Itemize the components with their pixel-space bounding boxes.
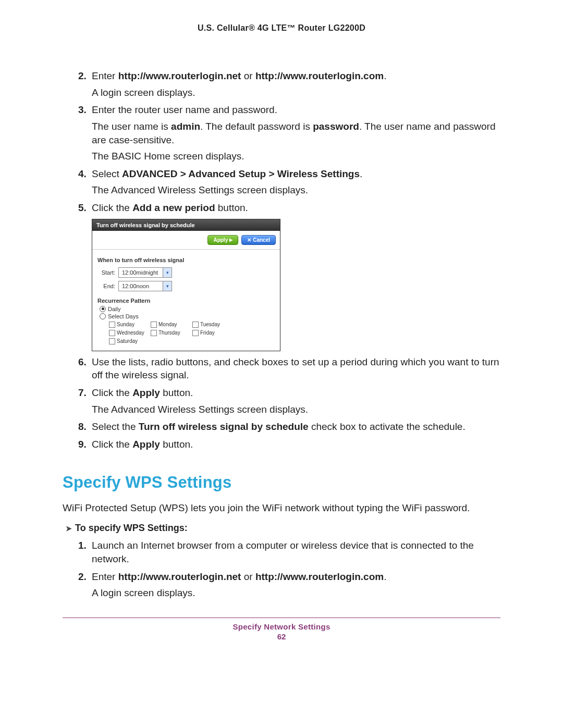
chevron-down-icon: ▾ xyxy=(163,281,172,291)
day-label: Wednesday xyxy=(117,330,144,336)
text: Click the xyxy=(92,439,132,450)
section-heading-wps: Specify WPS Settings xyxy=(63,473,500,492)
apply-button[interactable]: Apply▶ xyxy=(207,235,238,245)
step-number: 2. xyxy=(78,570,92,600)
wps-step-2-subtext: A login screen displays. xyxy=(92,586,500,600)
step-9-text: Click the Apply button. xyxy=(92,438,500,451)
checkbox-icon xyxy=(151,330,157,336)
start-dropdown[interactable]: 12:00midnight ▾ xyxy=(118,267,172,278)
document-page: U.S. Cellular® 4G LTE™ Router LG2200D 2.… xyxy=(0,0,563,662)
wps-step-1: 1. Launch an Internet browser from a com… xyxy=(78,539,500,565)
step-number: 9. xyxy=(78,438,92,451)
text: Select xyxy=(92,168,122,179)
daily-radio[interactable]: Daily xyxy=(100,306,275,312)
text: Enter xyxy=(92,571,118,582)
menu-path: ADVANCED > Advanced Setup > Wireless Set… xyxy=(122,168,360,179)
button-label: Apply xyxy=(213,237,228,243)
day-label: Tuesday xyxy=(200,322,220,327)
day-checkbox[interactable]: Wednesday xyxy=(109,330,151,336)
button-label: Cancel xyxy=(253,237,270,243)
text: button. xyxy=(215,202,248,213)
footer-section-name: Specify Network Settings xyxy=(63,622,500,631)
arrow-right-icon: ➤ xyxy=(66,524,72,533)
step-4: 4. Select ADVANCED > Advanced Setup > Wi… xyxy=(78,167,500,197)
document-header: U.S. Cellular® 4G LTE™ Router LG2200D xyxy=(63,23,500,33)
text: button. xyxy=(160,439,193,450)
text: button. xyxy=(160,387,193,398)
text: Turn off wireless signal by schedule xyxy=(139,421,309,432)
checkbox-icon xyxy=(109,330,115,336)
step-number: 7. xyxy=(78,386,92,416)
wps-intro: WiFi Protected Setup (WPS) lets you join… xyxy=(63,501,500,515)
text: Select the xyxy=(92,421,139,432)
step-3-text: Enter the router user name and password. xyxy=(92,103,500,117)
chevron-down-icon: ▾ xyxy=(163,268,172,277)
section-label: When to turn off wireless signal xyxy=(97,257,275,263)
text: Enter xyxy=(92,70,118,81)
checkbox-icon xyxy=(192,330,199,336)
day-checkbox[interactable]: Saturday xyxy=(109,338,151,344)
text: The user name is xyxy=(92,121,171,132)
wps-step-2-text: Enter http://www.routerlogin.net or http… xyxy=(92,570,500,584)
step-number: 5. xyxy=(78,201,92,215)
play-icon: ▶ xyxy=(229,238,232,242)
text: Click the xyxy=(92,202,132,213)
text: check box to activate the schedule. xyxy=(309,421,466,432)
page-number: 62 xyxy=(63,632,500,641)
step-5: 5. Click the Add a new period button. xyxy=(78,201,500,215)
start-label: Start: xyxy=(97,269,115,276)
text: or xyxy=(241,70,255,81)
wps-step-1-text: Launch an Internet browser from a comput… xyxy=(92,539,500,565)
text: admin xyxy=(171,121,200,132)
recurrence-section: Recurrence Pattern Daily Select Days Sun… xyxy=(97,298,275,346)
end-row: End: 12:00noon ▾ xyxy=(97,281,275,291)
end-label: End: xyxy=(97,283,115,289)
day-checkbox[interactable]: Friday xyxy=(192,330,234,336)
radio-icon xyxy=(100,313,106,319)
step-number: 2. xyxy=(78,69,92,99)
url-text: http://www.routerlogin.net xyxy=(118,571,241,582)
step-7-subtext: The Advanced Wireless Settings screen di… xyxy=(92,403,500,416)
procedure-label: ➤ To specify WPS Settings: xyxy=(66,523,500,534)
days-grid: Sunday Monday Tuesday Wednesday Thursday… xyxy=(109,320,275,346)
recurrence-header: Recurrence Pattern xyxy=(97,298,275,304)
day-checkbox[interactable]: Monday xyxy=(151,322,192,328)
day-checkbox[interactable]: Sunday xyxy=(109,322,151,328)
radio-label: Select Days xyxy=(108,313,139,319)
step-8: 8. Select the Turn off wireless signal b… xyxy=(78,420,500,434)
radio-label: Daily xyxy=(108,306,120,312)
step-7: 7. Click the Apply button. The Advanced … xyxy=(78,386,500,416)
step-7-text: Click the Apply button. xyxy=(92,386,500,400)
step-8-text: Select the Turn off wireless signal by s… xyxy=(92,420,500,434)
day-checkbox[interactable]: Thursday xyxy=(151,330,192,336)
checkbox-icon xyxy=(192,322,199,328)
text: . xyxy=(360,168,362,179)
panel-body: When to turn off wireless signal Start: … xyxy=(92,250,280,351)
step-2-subtext: A login screen displays. xyxy=(92,86,500,100)
end-value: 12:00noon xyxy=(119,283,163,289)
step-number: 8. xyxy=(78,420,92,434)
panel-title: Turn off wireless signal by schedule xyxy=(92,219,280,231)
text: Add a new period xyxy=(132,202,215,213)
step-9: 9. Click the Apply button. xyxy=(78,438,500,451)
step-3-subtext-2: The BASIC Home screen displays. xyxy=(92,150,500,163)
url-text: http://www.routerlogin.net xyxy=(118,70,241,81)
day-label: Saturday xyxy=(117,338,138,344)
day-label: Thursday xyxy=(158,330,180,336)
step-number: 1. xyxy=(78,539,92,565)
text: password xyxy=(313,121,359,132)
checkbox-icon xyxy=(151,322,157,328)
button-row: Apply▶ ✕Cancel xyxy=(92,231,280,250)
cancel-button[interactable]: ✕Cancel xyxy=(241,235,276,245)
step-number: 6. xyxy=(78,355,92,382)
text: . The default password is xyxy=(200,121,313,132)
step-4-text: Select ADVANCED > Advanced Setup > Wirel… xyxy=(92,167,500,181)
day-checkbox[interactable]: Tuesday xyxy=(192,322,234,328)
checkbox-icon xyxy=(109,338,115,344)
end-dropdown[interactable]: 12:00noon ▾ xyxy=(118,281,172,291)
start-row: Start: 12:00midnight ▾ xyxy=(97,267,275,278)
text: Click the xyxy=(92,387,132,398)
select-days-radio[interactable]: Select Days xyxy=(100,313,275,319)
text: . xyxy=(384,70,386,81)
text: Apply xyxy=(132,439,160,450)
